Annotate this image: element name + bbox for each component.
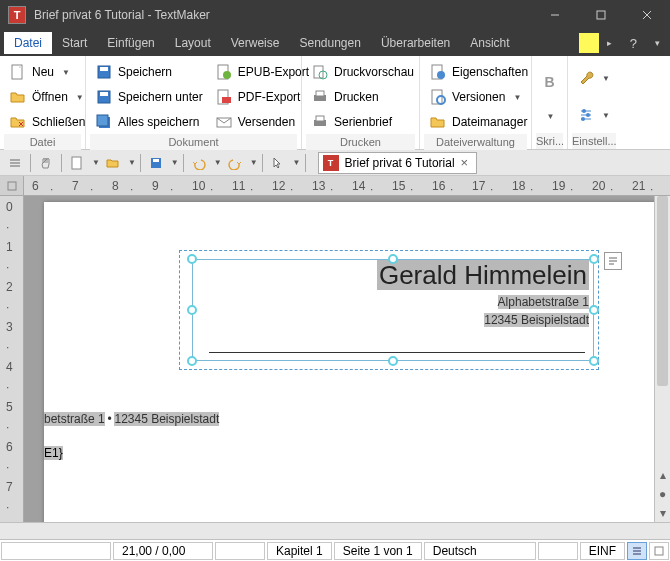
new-button[interactable]: Neu▼ [4,60,81,84]
pdf-export-button[interactable]: PDF-Export [210,85,315,109]
versions-button[interactable]: Versionen▼ [424,85,527,109]
print-button[interactable]: Drucken [306,85,415,109]
tab-overflow-icon[interactable]: ▸ [601,38,618,48]
tab-verweise[interactable]: Verweise [221,32,290,54]
handle-s[interactable] [388,356,398,366]
minimize-button[interactable] [532,0,578,30]
ruler-corner[interactable] [0,176,24,195]
text-frame[interactable]: Gerald Himmelein Alphabetstraße 1 12345 … [179,250,599,370]
qat-open[interactable] [102,152,124,174]
body-address-line[interactable]: betstraße 1 • 12345 Beispielstadt [44,412,219,426]
group-label-einstell: Einstell... [572,133,616,149]
page[interactable]: Gerald Himmelein Alphabetstraße 1 12345 … [44,202,654,522]
vscroll-thumb[interactable] [657,196,668,386]
handle-w[interactable] [187,305,197,315]
doc-tab-icon: T [323,155,339,171]
handle-nw[interactable] [187,254,197,264]
maximize-button[interactable] [578,0,624,30]
qat-undo-dd[interactable]: ▼ [214,158,222,167]
tab-datei[interactable]: Datei [4,32,52,54]
status-position[interactable]: 21,00 / 0,00 [113,542,213,560]
status-page[interactable]: Seite 1 von 1 [334,542,422,560]
view-normal-button[interactable] [627,542,647,560]
doc-tab-close[interactable]: × [455,155,475,170]
qat-pointer[interactable] [267,152,289,174]
qat-pointer-dd[interactable]: ▼ [293,158,301,167]
svg-rect-47 [655,547,663,555]
qat-save-dd[interactable]: ▼ [171,158,179,167]
qat-hamburger[interactable] [4,152,26,174]
save-all-button[interactable]: Alles speichern [90,110,209,134]
tab-start[interactable]: Start [52,32,97,54]
sender-city[interactable]: 12345 Beispielstadt [484,313,589,327]
ribbon: Neu▼ Öffnen▼ Schließen Datei Speichern S… [0,56,670,150]
status-message [1,542,111,560]
mailmerge-button[interactable]: Serienbrief [306,110,415,134]
qat-open-dd[interactable]: ▼ [128,158,136,167]
status-insert-mode[interactable]: EINF [580,542,625,560]
help-button[interactable]: ? [618,36,649,51]
body-field-code[interactable]: E1} [44,446,63,460]
group-label-drucken: Drucken [306,134,415,150]
handle-n[interactable] [388,254,398,264]
goto-page-icon[interactable]: ● [659,487,666,501]
status-blank [538,542,578,560]
help-dropdown-icon[interactable]: ▾ [649,38,666,48]
horizontal-ruler[interactable]: 6·7·8·9·10·11·12·13·14·15·16·17·18·19·20… [0,176,670,196]
svg-point-31 [582,109,586,113]
ribbon-tabs: Datei Start Einfügen Layout Verweise Sen… [0,30,670,56]
sender-street[interactable]: Alphabetstraße 1 [498,295,589,309]
tab-sendungen[interactable]: Sendungen [289,32,370,54]
customize-button[interactable]: ▼ [576,66,612,90]
save-button[interactable]: Speichern [90,60,209,84]
tab-einfuegen[interactable]: Einfügen [97,32,164,54]
qat-redo-dd[interactable]: ▼ [250,158,258,167]
highlight-indicator[interactable] [579,33,599,53]
sender-name[interactable]: Gerald Himmelein [377,260,589,290]
text-frame-inner[interactable]: Gerald Himmelein Alphabetstraße 1 12345 … [192,259,594,361]
tab-layout[interactable]: Layout [165,32,221,54]
app-icon: T [8,6,26,24]
filemanager-button[interactable]: Dateimanager [424,110,527,134]
group-label-dateiverwaltung: Dateiverwaltung [424,134,527,150]
qat-save[interactable] [145,152,167,174]
status-chapter[interactable]: Kapitel 1 [267,542,332,560]
script-button[interactable]: B ▼ [536,66,564,125]
group-label-dokument: Dokument [90,134,297,150]
document-tab[interactable]: T Brief privat 6 Tutorial × [318,152,478,174]
tab-ueberarbeiten[interactable]: Überarbeiten [371,32,460,54]
hscroll-track[interactable] [26,524,652,538]
view-other-button[interactable] [649,542,669,560]
qat-undo[interactable] [188,152,210,174]
svg-rect-39 [153,159,159,162]
handle-e[interactable] [589,305,599,315]
next-page-icon[interactable]: ▾ [660,506,666,520]
svg-rect-23 [316,116,324,121]
handle-sw[interactable] [187,356,197,366]
save-as-button[interactable]: Speichern unter [90,85,209,109]
epub-export-button[interactable]: EPUB-Export [210,60,315,84]
page-area[interactable]: Gerald Himmelein Alphabetstraße 1 12345 … [24,196,654,522]
handle-ne[interactable] [589,254,599,264]
qat-hand-tool[interactable] [35,152,57,174]
vertical-scrollbar[interactable]: ▴ ● ▾ [654,196,670,522]
send-button[interactable]: Versenden [210,110,315,134]
vertical-ruler[interactable]: 0·1·2·3·4·5·6·7· [0,196,24,522]
horizontal-scrollbar[interactable] [0,522,670,539]
tab-ansicht[interactable]: Ansicht [460,32,519,54]
folder-open-icon [10,89,26,105]
qat-redo[interactable] [224,152,246,174]
prev-page-icon[interactable]: ▴ [660,468,666,482]
close-button[interactable] [624,0,670,30]
doc-tab-title: Brief privat 6 Tutorial [345,156,455,170]
open-button[interactable]: Öffnen▼ [4,85,81,109]
qat-new[interactable] [66,152,88,174]
anchor-icon[interactable] [604,252,622,270]
close-doc-button[interactable]: Schließen [4,110,81,134]
properties-button[interactable]: Eigenschaften [424,60,527,84]
status-language[interactable]: Deutsch [424,542,536,560]
print-preview-button[interactable]: Druckvorschau [306,60,415,84]
handle-se[interactable] [589,356,599,366]
options-button[interactable]: ▼ [576,103,612,127]
qat-new-dd[interactable]: ▼ [92,158,100,167]
